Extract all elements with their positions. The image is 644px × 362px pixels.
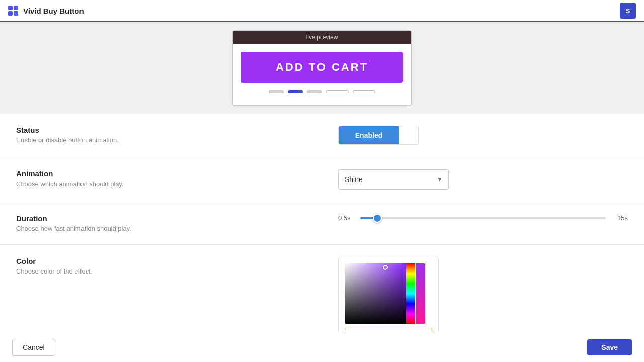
color-gradient-area[interactable] bbox=[345, 263, 425, 324]
preview-dots bbox=[241, 88, 403, 97]
app-title: Vivid Buy Button bbox=[23, 7, 84, 15]
save-button[interactable]: Save bbox=[587, 339, 632, 355]
color-saturation-brightness[interactable] bbox=[345, 263, 406, 324]
dot-2 bbox=[288, 90, 303, 93]
duration-control: 0.5s 15s bbox=[338, 214, 628, 222]
duration-slider-container: 0.5s 15s bbox=[338, 214, 628, 222]
animation-label: Animation bbox=[16, 169, 318, 178]
color-hue-spectrum[interactable] bbox=[406, 263, 415, 324]
cancel-button[interactable]: Cancel bbox=[12, 339, 55, 356]
preview-container: live preview ADD TO CART bbox=[0, 22, 644, 106]
status-control: Enabled bbox=[338, 126, 628, 145]
status-row: Status Enable or disable button animatio… bbox=[0, 114, 644, 157]
settings-area: Status Enable or disable button animatio… bbox=[0, 114, 644, 359]
animation-row: Animation Choose which animation should … bbox=[0, 157, 644, 202]
app-logo-icon bbox=[8, 6, 18, 16]
animation-label-col: Animation Choose which animation should … bbox=[16, 169, 338, 188]
duration-slider-track[interactable] bbox=[360, 217, 606, 219]
app-header: Vivid Buy Button S bbox=[0, 0, 644, 22]
dot-1 bbox=[269, 90, 284, 93]
main-content: live preview ADD TO CART Status Enable o… bbox=[0, 22, 644, 362]
duration-label: Duration bbox=[16, 214, 318, 223]
animation-dropdown-wrapper: Shine Pulse Bounce Glow None ▼ bbox=[338, 169, 449, 190]
preview-box: live preview ADD TO CART bbox=[232, 30, 412, 106]
footer: Cancel Save bbox=[0, 332, 644, 362]
toggle-disabled-option[interactable] bbox=[399, 126, 418, 144]
status-label: Status bbox=[16, 126, 318, 134]
slider-thumb[interactable] bbox=[373, 214, 382, 223]
status-desc: Enable or disable button animation. bbox=[16, 136, 318, 144]
color-label: Color bbox=[16, 257, 318, 265]
dot-5 bbox=[353, 90, 375, 93]
duration-row: Duration Choose how fast animation shoul… bbox=[0, 202, 644, 245]
color-alpha-channel[interactable] bbox=[416, 263, 425, 324]
slider-min-label: 0.5s bbox=[338, 214, 354, 222]
dot-4 bbox=[326, 90, 349, 93]
duration-label-col: Duration Choose how fast animation shoul… bbox=[16, 214, 338, 232]
color-desc: Choose color of the effect. bbox=[16, 267, 318, 275]
preview-content: ADD TO CART bbox=[233, 44, 411, 105]
slider-max-label: 15s bbox=[612, 214, 628, 222]
color-cursor[interactable] bbox=[383, 265, 388, 270]
avatar[interactable]: S bbox=[620, 3, 636, 19]
header-left: Vivid Buy Button bbox=[8, 6, 84, 16]
dot-3 bbox=[307, 90, 322, 93]
status-label-col: Status Enable or disable button animatio… bbox=[16, 126, 338, 144]
animation-desc: Choose which animation should play. bbox=[16, 180, 318, 188]
color-label-col: Color Choose color of the effect. bbox=[16, 257, 338, 275]
animation-dropdown[interactable]: Shine Pulse Bounce Glow None bbox=[338, 169, 449, 190]
status-toggle[interactable]: Enabled bbox=[338, 126, 419, 145]
duration-desc: Choose how fast animation should play. bbox=[16, 225, 318, 232]
preview-header-label: live preview bbox=[233, 31, 411, 44]
toggle-enabled-option[interactable]: Enabled bbox=[339, 126, 399, 144]
animation-control: Shine Pulse Bounce Glow None ▼ bbox=[338, 169, 628, 190]
add-to-cart-button[interactable]: ADD TO CART bbox=[241, 52, 403, 83]
